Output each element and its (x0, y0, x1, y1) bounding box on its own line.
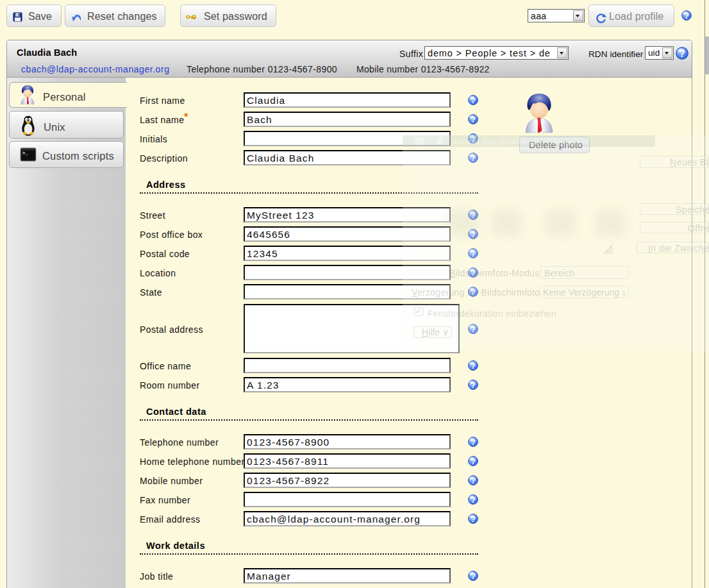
svg-text:?: ? (471, 96, 476, 105)
svg-text:?: ? (471, 438, 476, 447)
svg-text:?: ? (471, 115, 476, 124)
svg-text:?: ? (471, 249, 476, 258)
svg-text:?: ? (679, 48, 685, 59)
svg-text:?: ? (471, 515, 476, 524)
svg-text:?: ? (471, 572, 476, 581)
svg-text:?: ? (471, 288, 476, 297)
svg-text:?: ? (471, 269, 476, 278)
svg-text:?: ? (471, 135, 476, 144)
svg-text:?: ? (471, 154, 476, 163)
svg-text:?: ? (684, 12, 689, 21)
svg-text:?: ? (471, 476, 476, 485)
svg-text:?: ? (471, 325, 476, 334)
svg-text:?: ? (471, 211, 476, 220)
svg-text:?: ? (471, 496, 476, 505)
svg-text:?: ? (471, 457, 476, 466)
svg-text:?: ? (471, 362, 476, 371)
svg-text:?: ? (471, 230, 476, 239)
svg-text:?: ? (471, 381, 476, 390)
svg-text:>_: >_ (22, 151, 28, 156)
